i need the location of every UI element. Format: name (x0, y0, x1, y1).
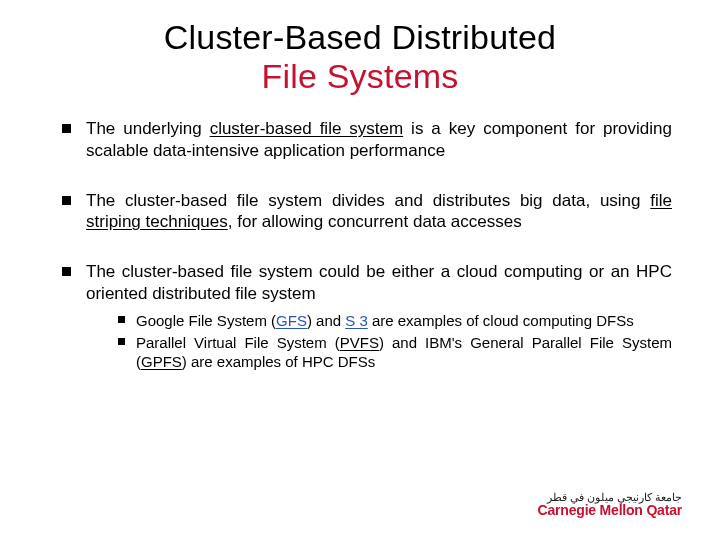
title-line1: Cluster-Based Distributed (164, 18, 556, 56)
bullet-2: The cluster-based file system divides an… (60, 190, 672, 234)
bullet-3: The cluster-based file system could be e… (60, 261, 672, 371)
title-line2: File Systems (262, 57, 459, 95)
bullet-1-underline: cluster-based file system (210, 119, 404, 138)
slide-title: Cluster-Based Distributed File Systems (80, 18, 640, 96)
sub2-pvfs: PVFS (340, 334, 379, 351)
sub-list: Google File System (GFS) and S 3 are exa… (86, 311, 672, 372)
bullet-2-pre: The cluster-based file system divides an… (86, 191, 650, 210)
sub2-gpfs: GPFS (141, 353, 182, 370)
sub-bullet-2: Parallel Virtual File System (PVFS) and … (116, 333, 672, 371)
bullet-1: The underlying cluster-based file system… (60, 118, 672, 162)
sub1-s3: S 3 (345, 312, 368, 329)
sub-bullet-1: Google File System (GFS) and S 3 are exa… (116, 311, 672, 330)
sub1-t2: ) and (307, 312, 345, 329)
university-logo: جامعة كارنيجي ميلون في قطر Carnegie Mell… (538, 492, 682, 518)
logo-english: Carnegie Mellon Qatar (538, 503, 682, 518)
sub1-t1: Google File System ( (136, 312, 276, 329)
slide: Cluster-Based Distributed File Systems T… (0, 0, 720, 540)
sub2-t3: ) are examples of HPC DFSs (182, 353, 375, 370)
sub2-t1: Parallel Virtual File System ( (136, 334, 340, 351)
bullet-list: The underlying cluster-based file system… (48, 118, 672, 371)
sub1-gfs: GFS (276, 312, 307, 329)
bullet-3-text: The cluster-based file system could be e… (86, 262, 672, 303)
sub1-t3: are examples of cloud computing DFSs (368, 312, 634, 329)
bullet-2-post: , for allowing concurrent data accesses (228, 212, 522, 231)
bullet-1-pre: The underlying (86, 119, 210, 138)
